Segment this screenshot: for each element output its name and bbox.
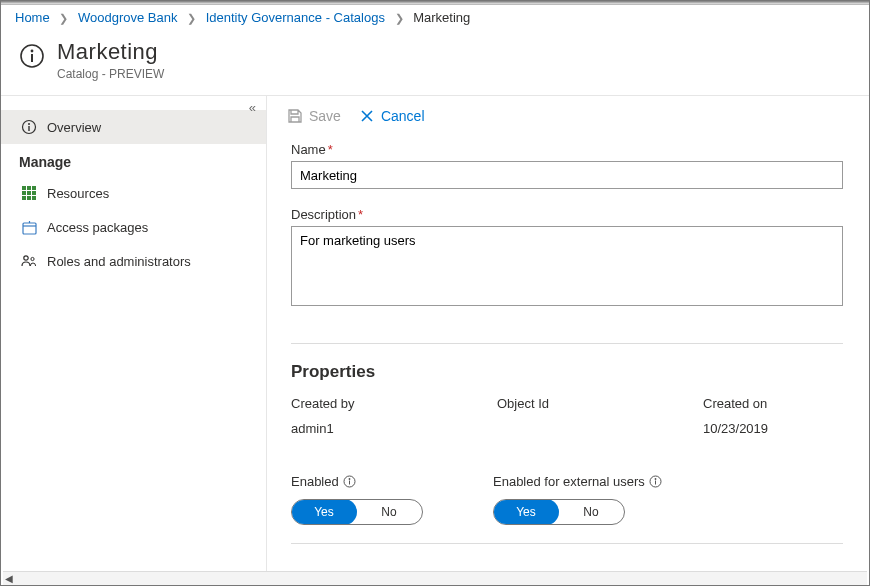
divider (291, 543, 843, 544)
cancel-button[interactable]: Cancel (359, 108, 425, 124)
svg-point-4 (28, 123, 30, 125)
svg-rect-6 (22, 186, 26, 190)
name-label: Name* (291, 142, 845, 157)
name-input[interactable] (291, 161, 843, 189)
sidebar-item-roles-admins[interactable]: Roles and administrators (1, 244, 266, 278)
chevron-right-icon: ❯ (395, 12, 404, 24)
svg-rect-8 (32, 186, 36, 190)
sidebar-group-manage: Manage (1, 144, 266, 176)
sidebar: « Overview Manage Resources Access packa… (1, 96, 267, 578)
horizontal-scrollbar[interactable]: ◀ (3, 571, 867, 585)
sidebar-item-overview[interactable]: Overview (1, 110, 266, 144)
collapse-sidebar-icon[interactable]: « (249, 100, 256, 115)
main-content: Save Cancel Name* Description* Propertie… (267, 96, 869, 578)
svg-rect-13 (27, 196, 31, 200)
sidebar-item-label: Roles and administrators (47, 254, 191, 269)
created-on-value: 10/23/2019 (703, 421, 853, 436)
divider (291, 343, 843, 344)
package-icon (19, 220, 39, 235)
close-icon (359, 108, 375, 124)
description-input[interactable] (291, 226, 843, 306)
breadcrumb-home[interactable]: Home (15, 10, 50, 25)
svg-rect-23 (655, 481, 656, 485)
enabled-toggle[interactable]: Yes No (291, 499, 423, 525)
enabled-external-label: Enabled for external users (493, 474, 662, 489)
svg-point-22 (654, 478, 656, 480)
svg-rect-10 (27, 191, 31, 195)
toggle-yes[interactable]: Yes (493, 499, 559, 525)
required-asterisk: * (328, 142, 333, 157)
people-icon (19, 253, 39, 269)
toggle-no[interactable]: No (356, 500, 422, 524)
info-icon[interactable] (649, 475, 662, 488)
created-by-value: admin1 (291, 421, 441, 436)
chevron-right-icon: ❯ (59, 12, 68, 24)
svg-point-17 (31, 257, 34, 260)
enabled-external-toggle[interactable]: Yes No (493, 499, 625, 525)
properties-heading: Properties (291, 362, 845, 382)
cancel-label: Cancel (381, 108, 425, 124)
save-button[interactable]: Save (287, 108, 341, 124)
page-title: Marketing (57, 39, 164, 65)
svg-rect-11 (32, 191, 36, 195)
sidebar-item-label: Resources (47, 186, 109, 201)
toggle-yes[interactable]: Yes (291, 499, 357, 525)
scroll-left-icon[interactable]: ◀ (5, 573, 13, 584)
sidebar-item-access-packages[interactable]: Access packages (1, 210, 266, 244)
toggle-no[interactable]: No (558, 500, 624, 524)
svg-rect-7 (27, 186, 31, 190)
svg-rect-15 (23, 223, 36, 234)
info-icon (19, 119, 39, 135)
required-asterisk: * (358, 207, 363, 222)
svg-rect-20 (349, 481, 350, 485)
properties-grid: Created by admin1 Object Id Created on 1… (291, 396, 845, 436)
info-icon[interactable] (343, 475, 356, 488)
save-label: Save (309, 108, 341, 124)
sidebar-item-resources[interactable]: Resources (1, 176, 266, 210)
svg-point-19 (348, 478, 350, 480)
svg-rect-9 (22, 191, 26, 195)
enabled-label: Enabled (291, 474, 423, 489)
toolbar: Save Cancel (267, 96, 869, 136)
created-on-label: Created on (703, 396, 853, 411)
info-icon (19, 43, 45, 69)
svg-rect-5 (28, 126, 29, 131)
page-subtitle: Catalog - PREVIEW (57, 67, 164, 81)
created-by-label: Created by (291, 396, 441, 411)
svg-point-16 (24, 256, 28, 260)
svg-rect-14 (32, 196, 36, 200)
breadcrumb: Home ❯ Woodgrove Bank ❯ Identity Governa… (1, 5, 869, 31)
svg-rect-12 (22, 196, 26, 200)
breadcrumb-current: Marketing (413, 10, 470, 25)
chevron-right-icon: ❯ (187, 12, 196, 24)
description-label: Description* (291, 207, 845, 222)
breadcrumb-section[interactable]: Identity Governance - Catalogs (206, 10, 385, 25)
breadcrumb-org[interactable]: Woodgrove Bank (78, 10, 178, 25)
save-icon (287, 108, 303, 124)
object-id-label: Object Id (497, 396, 647, 411)
page-header: Marketing Catalog - PREVIEW (1, 31, 869, 96)
svg-rect-2 (31, 54, 33, 62)
sidebar-item-label: Overview (47, 120, 101, 135)
grid-icon (19, 186, 39, 200)
sidebar-item-label: Access packages (47, 220, 148, 235)
svg-point-1 (31, 50, 34, 53)
